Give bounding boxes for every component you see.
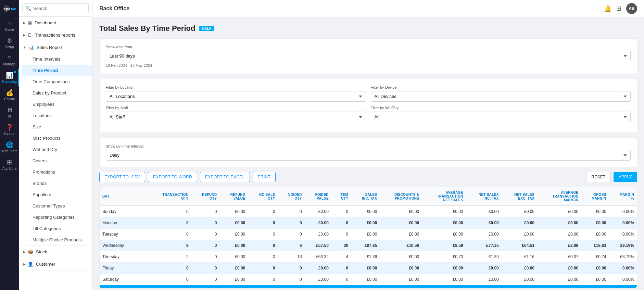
cell-net-sales-exc-tax: £0.00	[502, 274, 537, 285]
nav-setup[interactable]: ⚙ Setup	[0, 34, 19, 52]
nav-reporting[interactable]: 📊 Reporting	[0, 69, 19, 86]
sidebar-item-time-comparisons[interactable]: Time Comparisons	[22, 76, 92, 87]
filters-card: Filter by Location All Locations Filter …	[99, 79, 637, 133]
cell-refund-qty: 0	[191, 263, 220, 274]
search-input[interactable]	[33, 6, 86, 11]
col-refund-value: REFUNDVALUE	[219, 187, 248, 206]
sidebar-item-reporting-categories[interactable]: Reporting Categories	[22, 212, 92, 223]
cell-refund-qty: 0	[191, 240, 220, 251]
col-margin-pct: MARGIN%	[609, 187, 637, 206]
cell-item-qty: 0	[331, 263, 351, 274]
cell-day: Sunday	[100, 206, 147, 217]
sidebar-section-stock-header[interactable]: ▶ 📦 Stock	[19, 246, 92, 258]
sidebar-item-employees[interactable]: Employees	[22, 99, 92, 110]
support-icon: ❓	[6, 124, 13, 131]
cell-gross-margin: £0.00	[581, 263, 609, 274]
cell-no-sale-qty: 0	[248, 251, 278, 263]
cell-net-sales-exc-tax: £0.00	[502, 229, 537, 240]
sidebar-item-time-period[interactable]: Time Period	[22, 65, 92, 76]
cell-refund-qty: 0	[191, 217, 220, 229]
sidebar-item-covers[interactable]: Covers	[22, 155, 92, 166]
sidebar-item-size[interactable]: Size	[22, 121, 92, 133]
nav-support[interactable]: ❓ Support	[0, 121, 19, 138]
cell-avg-transaction-margin: £0.37	[537, 251, 581, 263]
sidebar-item-locations[interactable]: Locations	[22, 110, 92, 121]
sidebar-item-customer-types[interactable]: Customer Types	[22, 200, 92, 212]
customer-section-icon: 👤	[28, 262, 33, 267]
sidebar-item-brands[interactable]: Brands	[22, 178, 92, 189]
cell-avg-transaction-margin: £0.00	[537, 217, 581, 229]
cell-item-qty: 0	[331, 206, 351, 217]
date-preset-select[interactable]: Last 90 days	[106, 51, 631, 61]
nav-webstore-label: Web Store	[1, 149, 17, 153]
filter-device-select[interactable]: All Devices	[371, 91, 631, 102]
cell-avg-transaction-net-sales: £0.00	[422, 217, 466, 229]
col-sales-inc-tax: SALESINC. TAX	[351, 187, 380, 206]
cell-sales-inc-tax: £0.00	[351, 217, 380, 229]
page-title: Total Sales By Time Period	[99, 24, 195, 33]
help-badge[interactable]: HELP	[199, 26, 214, 31]
notification-icon[interactable]: 🔔	[604, 5, 611, 12]
cell-voided-qty: 0	[278, 206, 304, 217]
sidebar-item-promotions[interactable]: Promotions	[22, 166, 92, 178]
nav-appstore[interactable]: ⊞ AppStore	[0, 156, 19, 173]
filter-location-select[interactable]: All Locations	[106, 91, 366, 102]
table-row: Wednesday90£0.0006£57.5030£87.85£10.50£8…	[100, 240, 637, 251]
sidebar-item-time-intervals[interactable]: Time Intervals	[22, 53, 92, 65]
cell-voided-qty: 6	[278, 240, 304, 251]
cell-sales-inc-tax: £87.85	[351, 240, 380, 251]
sidebar-item-till-categories[interactable]: Till Categories	[22, 223, 92, 234]
nav-till[interactable]: 🖥 Till	[0, 104, 19, 121]
sidebar-section-sales-report-header[interactable]: ▼ 📊 Sales Report	[19, 41, 92, 53]
cell-refund-qty: 0	[191, 229, 220, 240]
grid-icon[interactable]: ⊞	[616, 5, 621, 12]
filter-row-2: Filter by Staff All Staff Filter by Wet/…	[106, 106, 631, 122]
arrow-icon: ▶	[23, 33, 26, 37]
cell-voided-qty: 13	[278, 251, 304, 263]
export-word-button[interactable]: EXPORT TO WORD	[148, 172, 197, 182]
cell-net-sales-inc-tax: £1.39	[466, 251, 502, 263]
apply-button[interactable]: APPLY	[614, 172, 637, 182]
sidebar-item-suppliers[interactable]: Suppliers	[22, 189, 92, 200]
sidebar-section-dashboard-header[interactable]: ▶ ▦ Dashboard	[19, 17, 92, 29]
arrow-icon: ▶	[23, 262, 26, 266]
export-csv-button[interactable]: EXPORT TO .CSV	[99, 172, 145, 182]
sidebar-section-customer-header[interactable]: ▶ 👤 Customer	[19, 258, 92, 270]
sidebar-item-misc-products[interactable]: Misc Products	[22, 133, 92, 144]
nav-manage[interactable]: ≡ Manage	[0, 52, 19, 69]
sidebar-section-transactions-header[interactable]: ▶ 🗒 Transactions reports	[19, 29, 92, 41]
sidebar-section-dashboard: ▶ ▦ Dashboard	[19, 17, 92, 29]
interval-select[interactable]: Daily	[106, 150, 631, 161]
print-button[interactable]: PRINT	[253, 172, 276, 182]
nav-webstore[interactable]: 🌐 Web Store	[0, 138, 19, 156]
cell-transaction-qty: 0	[147, 274, 191, 285]
cell-transaction-qty: 0	[147, 229, 191, 240]
sidebar-item-multiple-choice-products[interactable]: Multiple Choice Products	[22, 234, 92, 245]
col-avg-transaction-net-sales: AVERAGETRANSACTIONNET SALES	[422, 187, 466, 206]
sidebar-item-wet-and-dry[interactable]: Wet and Dry	[22, 144, 92, 155]
search-box[interactable]: 🔍	[22, 3, 89, 13]
cell-gross-margin: £0.00	[581, 229, 609, 240]
cell-no-sale-qty: 0	[248, 263, 278, 274]
sidebar-search-area: 🔍	[19, 0, 92, 17]
sidebar-section-customer: ▶ 👤 Customer	[19, 258, 92, 270]
reset-button[interactable]: RESET	[586, 172, 611, 182]
cell-avg-transaction-margin: £0.00	[537, 263, 581, 274]
cell-day: Tuesday	[100, 229, 147, 240]
cell-margin-pct: 63.79%	[609, 251, 637, 263]
sidebar-item-sales-by-product[interactable]: Sales by Product	[22, 87, 92, 99]
app-logo: epos now	[3, 3, 16, 14]
nav-capital[interactable]: 💰 Capital	[0, 86, 19, 104]
cell-voided-value: £57.50	[305, 240, 331, 251]
cell-avg-transaction-margin: £2.09	[537, 240, 581, 251]
cell-no-sale-qty: 0	[248, 274, 278, 285]
col-voided-value: VOIDEDVALUE	[305, 187, 331, 206]
home-icon: ⌂	[8, 20, 11, 27]
show-data-from-label: Show data from	[106, 45, 631, 49]
filter-wet-dry-select[interactable]: All	[371, 112, 631, 122]
filter-staff-select[interactable]: All Staff	[106, 112, 366, 122]
export-excel-button[interactable]: EXPORT TO EXCEL	[200, 172, 250, 182]
cell-avg-transaction-net-sales: £8.59	[422, 240, 466, 251]
nav-home[interactable]: ⌂ Home	[0, 17, 19, 34]
avatar[interactable]: AB	[626, 3, 637, 14]
